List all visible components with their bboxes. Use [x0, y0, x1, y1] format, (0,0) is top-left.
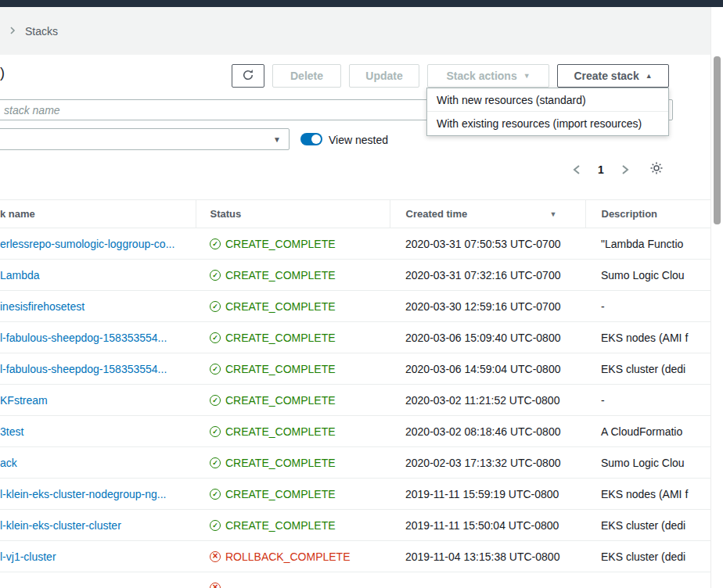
- delete-button[interactable]: Delete: [272, 64, 341, 88]
- breadcrumb-chevron-icon: [9, 25, 16, 38]
- description: -: [601, 394, 605, 407]
- chevron-down-icon: ▼: [523, 73, 531, 80]
- table-row: 3test CREATE_COMPLETE 2020-03-02 08:18:4…: [0, 416, 710, 447]
- description: EKS cluster (dedi: [601, 550, 685, 563]
- table-row: l-fabulous-sheepdog-158353554... CREATE_…: [0, 353, 710, 385]
- check-circle-icon: [210, 489, 221, 500]
- created-time: [390, 572, 585, 588]
- vertical-scrollbar-thumb[interactable]: [714, 56, 721, 224]
- create-stack-button[interactable]: Create stack ▲: [557, 64, 669, 88]
- check-circle-icon: [210, 238, 221, 249]
- x-circle-icon: [210, 551, 221, 562]
- stack-name-link[interactable]: inesisfirehosetest: [0, 300, 85, 313]
- table-row: Lambda CREATE_COMPLETE 2020-03-31 07:32:…: [0, 260, 710, 291]
- status-label: ROLLBACK_COMPLETE: [225, 550, 351, 563]
- column-header-created-time[interactable]: Created time ▼: [390, 200, 585, 228]
- chevron-up-icon: ▲: [646, 73, 653, 80]
- top-nav-bar: [0, 0, 723, 7]
- stack-name-link[interactable]: ack: [0, 457, 17, 469]
- stacks-table: k name Status Created time ▼ Description…: [0, 199, 710, 588]
- stacks-panel: ) Delete Update Stack actions ▼ Create s…: [0, 55, 710, 588]
- stack-actions-button[interactable]: Stack actions ▼: [427, 64, 549, 88]
- breadcrumb-item-stacks[interactable]: Stacks: [25, 25, 58, 38]
- created-time: 2020-03-30 12:59:16 UTC-0700: [390, 291, 585, 322]
- status-badge: CREATE_COMPLETE: [210, 238, 390, 250]
- refresh-icon: [242, 69, 254, 84]
- stack-name-link[interactable]: KFstream: [0, 394, 48, 407]
- update-button[interactable]: Update: [349, 64, 419, 88]
- page-title: ): [0, 65, 5, 81]
- created-time: 2019-11-11 15:59:19 UTC-0800: [390, 479, 585, 510]
- status-label: CREATE_COMPLETE: [225, 332, 336, 344]
- stack-name-link[interactable]: l-klein-eks-cluster-cluster: [0, 519, 121, 532]
- create-stack-label: Create stack: [574, 70, 638, 82]
- created-time: 2019-11-11 15:50:04 UTC-0800: [390, 510, 585, 541]
- created-time-header-label: Created time: [406, 208, 468, 220]
- status-label: CREATE_COMPLETE: [225, 425, 336, 438]
- next-page-button[interactable]: [621, 164, 629, 175]
- created-time: 2020-03-06 14:59:04 UTC-0800: [390, 353, 585, 385]
- check-circle-icon: [210, 270, 221, 281]
- stack-name-link[interactable]: Lambda: [0, 269, 40, 281]
- menu-item-new-resources[interactable]: With new resources (standard): [427, 88, 668, 112]
- created-time: 2020-03-31 07:50:53 UTC-0700: [390, 228, 585, 260]
- stack-name-link[interactable]: l-vj1-cluster: [0, 550, 56, 563]
- status-badge: CREATE_COMPLETE: [210, 269, 390, 281]
- status-badge: CREATE_COMPLETE: [210, 332, 390, 344]
- status-badge: CREATE_COMPLETE: [210, 300, 390, 313]
- x-circle-icon: [210, 583, 221, 588]
- pagination: 1: [573, 161, 664, 178]
- status-label: CREATE_COMPLETE: [225, 238, 336, 250]
- description: Sumo Logic Clou: [601, 457, 685, 469]
- check-circle-icon: [210, 364, 221, 375]
- column-header-status[interactable]: Status: [196, 200, 390, 228]
- refresh-button[interactable]: [232, 64, 264, 88]
- check-circle-icon: [210, 395, 221, 406]
- status-label: CREATE_COMPLETE: [225, 300, 336, 313]
- toggle-knob: [311, 134, 321, 144]
- table-row: KFstream CREATE_COMPLETE 2020-03-02 11:2…: [0, 385, 710, 416]
- stack-status-filter-select[interactable]: ▼: [0, 128, 290, 150]
- description: "Lambda Functio: [601, 238, 683, 250]
- description: EKS cluster (dedi: [601, 363, 685, 375]
- created-time: 2020-03-02 11:21:52 UTC-0800: [390, 385, 585, 416]
- status-label: CREATE_COMPLETE: [225, 519, 336, 532]
- stack-name-link[interactable]: l-klein-eks-cluster-nodegroup-ng...: [0, 488, 166, 500]
- status-label: CREATE_COMPLETE: [225, 363, 336, 375]
- table-header-row: k name Status Created time ▼ Description: [0, 200, 710, 228]
- view-nested-label: View nested: [329, 134, 388, 146]
- previous-page-button[interactable]: [573, 164, 581, 175]
- stack-name-link[interactable]: 3test: [0, 425, 23, 438]
- status-badge: CREATE_COMPLETE: [210, 363, 390, 375]
- status-label: CREATE_COMPLETE: [225, 488, 336, 500]
- description: -: [601, 300, 605, 313]
- settings-gear-icon: [649, 161, 664, 178]
- check-circle-icon: [210, 520, 221, 531]
- description: EKS nodes (AMI f: [601, 332, 688, 344]
- check-circle-icon: [210, 301, 221, 312]
- status-label: CREATE_COMPLETE: [225, 269, 336, 281]
- status-label: CREATE_COMPLETE: [225, 457, 336, 469]
- created-time: 2020-03-31 07:32:16 UTC-0700: [390, 260, 585, 291]
- table-row: ack CREATE_COMPLETE 2020-02-03 17:13:32 …: [0, 447, 710, 479]
- stack-name-link[interactable]: erlessrepo-sumologic-loggroup-co...: [0, 238, 174, 250]
- stack-actions-label: Stack actions: [446, 70, 516, 82]
- table-row: l-klein-eks-cluster-cluster CREATE_COMPL…: [0, 510, 710, 541]
- description: EKS nodes (AMI f: [601, 488, 688, 500]
- stack-name-link[interactable]: l-fabulous-sheepdog-158353554...: [0, 363, 167, 375]
- view-nested-toggle[interactable]: [300, 133, 322, 145]
- breadcrumb-bar: Stacks: [0, 7, 710, 55]
- current-page[interactable]: 1: [598, 163, 604, 176]
- description: A CloudFormatio: [601, 425, 682, 438]
- stack-name-link[interactable]: l-fabulous-sheepdog-158353554...: [0, 332, 167, 344]
- preferences-button[interactable]: [649, 161, 664, 178]
- table-row: l-vj1-cluster ROLLBACK_COMPLETE 2019-11-…: [0, 541, 710, 572]
- description: EKS cluster (dedi: [601, 519, 685, 532]
- breadcrumb: Stacks: [9, 25, 58, 38]
- created-time: 2020-03-02 08:18:46 UTC-0800: [390, 416, 585, 447]
- column-header-stack-name[interactable]: k name: [0, 200, 196, 228]
- status-badge: ROLLBACK_COMPLETE: [210, 550, 390, 563]
- vertical-scrollbar-track[interactable]: [710, 7, 723, 588]
- table-row: l-fabulous-sheepdog-158353554... CREATE_…: [0, 322, 710, 353]
- menu-item-existing-resources[interactable]: With existing resources (import resource…: [427, 112, 668, 135]
